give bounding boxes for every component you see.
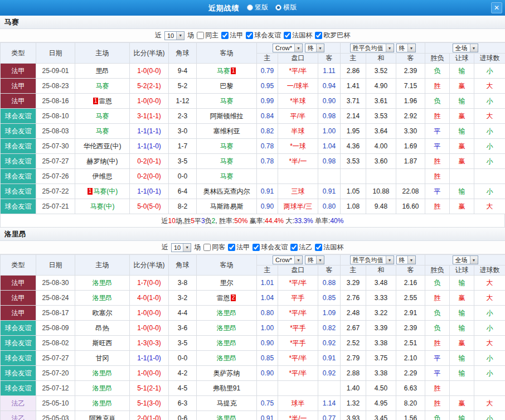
asian-away-odds-cell: 0.92 (318, 336, 341, 351)
asian-away-odds-cell: 0.92 (318, 366, 341, 381)
sub-header-7: 让球 (450, 265, 474, 276)
handicap-result-cell: 输 (450, 306, 474, 321)
checkbox-input[interactable] (246, 32, 253, 39)
type-header: 类型 (1, 255, 36, 276)
filter-checkbox-option[interactable]: 同主 (197, 31, 218, 40)
odds-final-select[interactable]: 终▼ (305, 255, 324, 264)
match-count-select[interactable]: 10▼ (171, 243, 191, 252)
checkbox-input[interactable] (315, 32, 322, 39)
team-name: 甘冈 (96, 354, 109, 362)
dropdown-arrow-icon: ▼ (470, 44, 478, 52)
euro-final-select[interactable]: 终▼ (396, 44, 416, 52)
euro-draw-odds-cell: 4.90 (366, 79, 396, 94)
euro-away-odds-cell: 2.91 (396, 306, 425, 321)
scope-select[interactable]: 全场▼ (453, 255, 478, 264)
filter-checkbox-option[interactable]: 欧罗巴杯 (315, 31, 350, 40)
team-name: 伊维思 (93, 172, 113, 180)
checkbox-label: 法国杯 (292, 31, 312, 40)
checkbox-label: 法乙 (299, 243, 312, 252)
odds-source-select[interactable]: Crow*▼ (273, 44, 303, 52)
asian-home-odds-cell: 0.84 (257, 109, 278, 124)
home-team-cell: 洛里昂 (75, 381, 130, 396)
euro-draw-odds-cell: 4.50 (366, 381, 396, 396)
result-cell: 负 (425, 64, 450, 79)
date-cell: 25-07-27 (36, 351, 75, 366)
filter-checkbox-option[interactable]: 法乙 (290, 243, 312, 252)
goals-result-cell: 小 (474, 321, 505, 336)
result-cell: 胜 (425, 199, 450, 214)
euro-away-odds-cell: 2.39 (396, 64, 425, 79)
summary-segment: 大: (284, 217, 294, 225)
asian-away-odds-cell: 0.91 (318, 351, 341, 366)
asian-away-odds-cell (318, 381, 341, 396)
layout-horizontal-option[interactable]: 横版 (275, 3, 297, 12)
asian-home-odds-cell: 0.82 (257, 124, 278, 139)
checkbox-input[interactable] (290, 244, 298, 251)
filter-checkbox-option[interactable]: 法甲 (228, 243, 250, 252)
summary-segment: 单率: (313, 217, 331, 225)
handicap-result-cell: 赢 (450, 154, 474, 169)
date-cell: 25-08-03 (36, 124, 75, 139)
score-cell: 5-0(5-0) (130, 199, 169, 214)
checkbox-input[interactable] (228, 244, 235, 251)
filter-checkbox-option[interactable]: 同客 (203, 243, 225, 252)
euro-draw-odds-cell: 3.33 (366, 291, 396, 306)
checkbox-input[interactable] (252, 244, 260, 251)
filter-checkbox-option[interactable]: 球会友谊 (246, 31, 281, 40)
match-row: 球会友谊25-07-27赫罗纳(中)0-2(0-1)3-5马赛0.78*半/一0… (1, 154, 505, 169)
sub-header-4: 和 (366, 265, 396, 276)
score-cell: 0-2(0-0) (130, 169, 169, 184)
checkbox-input[interactable] (197, 32, 204, 39)
radio-button-icon (247, 4, 253, 11)
close-button[interactable]: ✕ (491, 2, 502, 13)
checkbox-input[interactable] (221, 32, 229, 39)
checkbox-input[interactable] (203, 244, 211, 251)
team-section: 洛里昂近10▼场同客法甲球会友谊法乙法国杯类型日期主场比分(半场)角球客场Cro… (0, 228, 505, 420)
handicap-result-cell: 输 (450, 366, 474, 381)
handicap-cell: *平手 (278, 336, 318, 351)
euro-source-select[interactable]: 胜平负均值▼ (350, 255, 394, 264)
filter-checkbox-option[interactable]: 法国杯 (315, 243, 343, 252)
layout-vertical-option[interactable]: 竖版 (247, 3, 268, 12)
handicap-cell: *半/一 (278, 154, 318, 169)
asian-away-odds-cell: 1.09 (318, 306, 341, 321)
filter-checkbox-option[interactable]: 法国杯 (284, 31, 312, 40)
euro-home-odds-cell: 2.86 (341, 64, 366, 79)
goals-result-cell: 大 (474, 291, 505, 306)
recent-results-window: 近期战绩 竖版 横版 ✕ 马赛近10▼场同主法甲球会友谊法国杯欧罗巴杯类型日期主… (0, 0, 505, 420)
filter-prefix-label: 近 (162, 243, 168, 252)
filter-checkbox-option[interactable]: 法甲 (221, 31, 243, 40)
filter-checkbox-option[interactable]: 球会友谊 (252, 243, 288, 252)
sub-header-5: 客 (396, 54, 425, 64)
summary-segment: 赢率: (247, 217, 265, 225)
date-cell: 25-07-30 (36, 139, 75, 154)
result-cell: 胜 (425, 79, 450, 94)
score-cell: 1-0(0-0) (130, 321, 169, 336)
scope-select[interactable]: 全场▼ (453, 44, 478, 52)
home-team-cell: 洛里昂 (75, 396, 130, 411)
result-cell: 胜 (425, 109, 450, 124)
checkbox-input[interactable] (284, 32, 291, 39)
asian-home-odds-cell: 0.90 (257, 366, 278, 381)
odds-final-select[interactable]: 终▼ (305, 44, 324, 52)
away-team-cell: 马赛 (197, 139, 257, 154)
score-cell: 4-0(1-0) (130, 291, 169, 306)
away-team-cell: 马赛 (197, 154, 257, 169)
league-cell: 球会友谊 (1, 321, 36, 336)
handicap-cell: 平/半 (278, 109, 318, 124)
asian-away-odds-cell: 1.14 (318, 396, 341, 411)
sections-container: 马赛近10▼场同主法甲球会友谊法国杯欧罗巴杯类型日期主场比分(半场)角球客场Cr… (0, 16, 505, 420)
match-row: 法甲25-08-23马赛5-2(2-1)5-2巴黎0.95一/球半0.941.4… (1, 79, 505, 94)
euro-source-select[interactable]: 胜平负均值▼ (350, 44, 394, 52)
euro-odds-header-cell: 胜平负均值▼终▼ (341, 43, 425, 54)
team-name: 马赛 (220, 172, 234, 180)
odds-source-select[interactable]: Crow*▼ (273, 255, 303, 264)
corner-cell: 3-5 (169, 336, 197, 351)
checkbox-input[interactable] (315, 244, 322, 251)
result-cell: 胜 (425, 381, 450, 396)
away-team-cell: 马赛 (197, 169, 257, 184)
euro-home-odds-cell: 3.71 (341, 94, 366, 109)
match-count-select[interactable]: 10▼ (164, 31, 184, 40)
euro-final-select[interactable]: 终▼ (396, 255, 416, 264)
asian-home-odds-cell: 0.78 (257, 139, 278, 154)
